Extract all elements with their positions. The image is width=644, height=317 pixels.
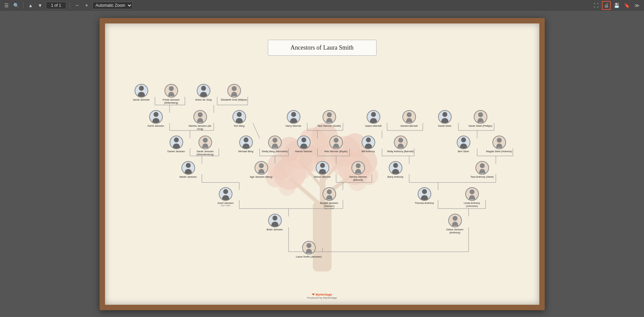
person-dates-jozef: 1917-1991: [221, 205, 230, 207]
person-elizabeth: Elizabeth Smit (Wijsse): [221, 84, 248, 101]
person-avatar-jacob: [135, 84, 148, 98]
person-thomas: Thomas Anthony: [411, 187, 438, 205]
person-avatar-rita: [329, 136, 343, 149]
person-michael: Michael Berg: [232, 136, 260, 153]
svg-point-105: [393, 163, 398, 168]
person-age: Age Janssen (Berg): [248, 161, 275, 178]
person-freda: Freda Janssen (Wittenberg): [158, 84, 185, 104]
svg-point-119: [237, 112, 241, 117]
person-avatar-jozef: [219, 187, 232, 201]
next-page-button[interactable]: ▼: [36, 2, 44, 9]
svg-point-103: [320, 163, 325, 168]
person-avatar-barry: [389, 161, 402, 175]
produced-by: Produced by MyHeritage: [307, 296, 337, 299]
svg-point-107: [174, 137, 178, 142]
person-avatar-martha: [193, 110, 207, 124]
prev-page-button[interactable]: ▲: [27, 2, 34, 9]
svg-point-112: [333, 138, 338, 142]
person-name-isaaco: Isaaco Barnett: [365, 124, 381, 127]
person-tom: Tom Berg: [226, 110, 253, 127]
svg-point-106: [480, 163, 484, 168]
svg-point-113: [366, 137, 370, 142]
person-name-debra: Debra Janssen (Anthony): [441, 228, 469, 234]
person-tara_stenner: Tara Stenner (Smith): [316, 110, 343, 127]
person-avatar-sarah_steel: [474, 110, 487, 124]
zoom-select[interactable]: Automatic Zoom 50% 75% 100% 125% 150%: [92, 2, 133, 9]
svg-point-104: [355, 163, 360, 168]
more-icon[interactable]: ≫: [632, 1, 641, 10]
person-name-elizabeth: Elizabeth Smit (Wijsse): [221, 98, 247, 101]
save-icon[interactable]: 💾: [612, 1, 621, 10]
chart-title-box: Ancestors of Laura Smith: [268, 40, 377, 56]
person-avatar-linda: [465, 187, 479, 201]
svg-point-108: [203, 138, 207, 142]
svg-point-100: [469, 189, 474, 194]
person-avatar-laura: [302, 241, 316, 254]
person-name-tom: Tom Berg: [233, 124, 244, 127]
svg-point-124: [442, 112, 447, 117]
person-name-sarah_j: Sarah Janssen (Weerdenburg): [192, 150, 219, 156]
page-input[interactable]: [46, 2, 66, 9]
person-avatar-thomas: [418, 187, 431, 201]
person-avatar-david: [438, 110, 452, 124]
person-name-sandra: Sandra Barnett: [400, 124, 417, 127]
toolbar: ☰ 🔍 ▲ ▼ − + Automatic Zoom 50% 75% 100% …: [0, 0, 644, 11]
print-icon[interactable]: 🖨: [602, 1, 611, 10]
person-avatar-harry: [287, 110, 300, 124]
person-avatar-isaaco: [367, 110, 380, 124]
person-barry: Barry Anthony: [382, 161, 409, 178]
person-name-berl: Berl Steel: [458, 150, 469, 153]
person-laura: Laura Smith (Janssen): [295, 241, 323, 258]
menu-icon[interactable]: ☰: [3, 2, 10, 9]
person-avatar-gerrit: [149, 110, 163, 124]
svg-point-122: [371, 112, 376, 117]
svg-point-101: [186, 163, 190, 168]
svg-point-96: [452, 216, 457, 221]
person-avatar-tammy: [351, 161, 365, 175]
person-anton: Anton de Jong: [190, 84, 217, 101]
bookmark-icon[interactable]: 🔖: [622, 1, 631, 10]
search-icon[interactable]: 🔍: [12, 2, 20, 9]
person-avatar-tara_stenner: [323, 110, 336, 124]
zoom-out-button[interactable]: −: [73, 2, 81, 9]
svg-point-98: [327, 189, 331, 194]
myheritage-logo: ❤ MyHeritage: [307, 293, 337, 296]
svg-point-129: [231, 86, 236, 91]
person-simon: Simon Stenner: [309, 161, 336, 178]
main-content: Ancestors of Laura Smith: [0, 11, 644, 317]
fullscreen-icon[interactable]: ⛶: [592, 1, 601, 10]
person-magda: Magda Steel (Holness): [486, 136, 513, 153]
person-name-david: David Steel: [438, 124, 451, 127]
person-avatar-daniel: [170, 136, 183, 149]
person-name-harold: Harold Stenner: [295, 150, 312, 153]
person-avatar-shelly: [268, 136, 282, 149]
zoom-in-button[interactable]: +: [83, 2, 90, 9]
person-name-harry: Harry Stenner: [285, 124, 301, 127]
person-daniel: Daniel Janssen: [163, 136, 190, 153]
person-avatar-harold: [297, 136, 311, 149]
svg-point-114: [398, 138, 403, 142]
person-avatar-tom: [232, 110, 246, 124]
svg-rect-0: [313, 201, 331, 271]
person-name-brian: Brian Janssen: [267, 228, 283, 231]
person-sandra: Sandra Barnett: [396, 110, 423, 127]
person-name-tara_stenner: Tara Stenner (Smith): [317, 124, 341, 127]
person-avatar-tara_anthony: [475, 161, 489, 175]
person-avatar-bill: [362, 136, 375, 149]
svg-point-116: [497, 138, 501, 142]
person-avatar-debra: [448, 214, 462, 227]
person-name-martha: Martha Janssen (de Jong): [187, 124, 214, 130]
svg-point-115: [461, 137, 466, 142]
person-name-age: Age Janssen (Berg): [250, 175, 272, 178]
svg-point-127: [169, 86, 173, 91]
person-name-sarah_steel: Sarah Steel (Phillips): [468, 124, 492, 127]
person-linda: Linda Anthony (Johnston): [458, 187, 486, 208]
person-avatar-berl: [457, 136, 470, 149]
person-name-rita: Rita Stenner (Bryan): [324, 150, 347, 153]
person-jozef: Jozef Janssen 1917-1991: [212, 187, 239, 207]
svg-point-110: [272, 138, 277, 142]
person-tara_anthony: Tara Anthony (Steel): [469, 161, 496, 178]
person-brian: Brian Janssen: [261, 214, 289, 231]
svg-point-125: [478, 112, 483, 117]
person-avatar-freda: [164, 84, 178, 98]
